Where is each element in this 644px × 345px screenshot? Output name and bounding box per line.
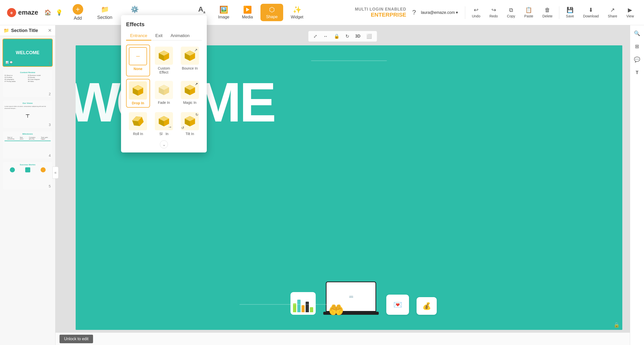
undo-button[interactable]: ↩ Undo <box>468 6 484 19</box>
expand-button[interactable]: ⤢ <box>311 33 319 40</box>
media-icon: ▶️ <box>243 6 252 14</box>
lock-button[interactable]: 🔒 <box>332 33 341 40</box>
tab-exit[interactable]: Exit <box>151 32 166 41</box>
unlock-to-edit-button[interactable]: Unlock to edit <box>60 335 93 343</box>
tab-entrance[interactable]: Entrance <box>126 32 151 41</box>
grid-panel-button[interactable]: ⊞ <box>632 41 643 52</box>
share-button[interactable]: ↗ Share <box>604 6 621 19</box>
copy-button[interactable]: ⧉ Copy <box>503 6 519 19</box>
main-area: 📁 Section Title ✕ WELCOME 📊💬 1 <box>0 25 644 345</box>
settings-icon: ⚙️ <box>130 5 139 14</box>
effects-panel: Effects Entrance Exit Animation — None <box>121 15 207 152</box>
paste-label: Paste <box>524 14 533 18</box>
widget-label: Widget <box>291 15 303 19</box>
copy-label: Copy <box>507 14 515 18</box>
illustration-area: ⌨️ 🤲 💌 💰 <box>290 281 437 315</box>
slide-preview-3: Our Vision Lorem ipsum dolor sit amet, c… <box>3 101 52 128</box>
effect-drop[interactable]: Drop In <box>126 79 150 108</box>
section-button[interactable]: 📁 Section <box>94 3 116 22</box>
user-email[interactable]: laura@emaze.com ▾ <box>421 10 458 15</box>
effect-magic[interactable]: ↗ Magic In <box>178 79 202 108</box>
slide-thumb-4[interactable]: Milestones Start ofsomething Newplace Co… <box>3 131 53 159</box>
effect-fade[interactable]: Fade In <box>152 79 176 108</box>
roll-cube-icon <box>130 113 147 130</box>
effect-none[interactable]: — None <box>126 45 150 76</box>
divider-2 <box>559 6 559 19</box>
lightbulb-icon[interactable]: 💡 <box>56 9 63 16</box>
slide-icon-box: → <box>155 112 173 130</box>
bounce-icon-box: ↗ <box>181 47 199 65</box>
paste-icon: 📋 <box>525 7 532 13</box>
collapse-sidebar-button[interactable]: « <box>52 167 58 179</box>
enterprise-badge: ENTERPRISE <box>371 12 406 18</box>
slide-1-text: WELCOME <box>16 50 40 55</box>
home-icon[interactable]: 🏠 <box>44 9 51 16</box>
effect-custom[interactable]: Custom Effect <box>152 45 176 76</box>
shape-icon: ⬡ <box>269 6 275 14</box>
drop-icon-box <box>129 81 147 100</box>
effects-title: Effects <box>126 21 202 28</box>
share-icon: ↗ <box>610 7 615 13</box>
emaze-logo[interactable]: e emaze <box>7 8 38 18</box>
3d-button[interactable]: 3D <box>353 33 362 40</box>
effects-tabs: Entrance Exit Animation <box>126 32 202 41</box>
paste-button[interactable]: 📋 Paste <box>521 6 537 19</box>
custom-icon-box <box>155 47 173 65</box>
widget-tool[interactable]: ✨ Widget <box>286 4 308 21</box>
delete-button[interactable]: 🗑 Delete <box>539 6 556 19</box>
help-icon[interactable]: ? <box>412 9 416 16</box>
slides-list: WELCOME 📊💬 1 Content Review 01 About us … <box>0 36 55 345</box>
shape-tool[interactable]: ⬡ Shape <box>260 4 283 21</box>
effect-tilt[interactable]: ↻ ↺ Tilt In <box>178 110 202 138</box>
fullscreen-button[interactable]: ⬜ <box>364 33 374 40</box>
none-icon: — <box>136 54 140 58</box>
download-button[interactable]: ⬇ Download <box>579 6 602 19</box>
slide-number-3: 3 <box>49 123 51 127</box>
save-label: Save <box>566 14 574 18</box>
undo-icon: ↩ <box>474 7 478 13</box>
logo-icon: e <box>7 8 17 18</box>
delete-label: Delete <box>542 14 552 18</box>
scroll-down-hint[interactable]: ⌄ <box>126 140 202 148</box>
copy-icon: ⧉ <box>509 7 513 13</box>
divider-1 <box>465 6 465 19</box>
effect-roll[interactable]: Roll In <box>126 110 150 138</box>
media-tool[interactable]: ▶️ Media <box>237 4 258 21</box>
sidebar-title: Section Title <box>11 28 38 33</box>
none-label: None <box>134 67 142 71</box>
download-label: Download <box>583 14 599 18</box>
slide-thumb-3[interactable]: Our Vision Lorem ipsum dolor sit amet, c… <box>3 100 53 128</box>
slide-preview-4: Milestones Start ofsomething Newplace Co… <box>3 131 52 159</box>
slide-thumb-1[interactable]: WELCOME 📊💬 1 <box>3 39 53 67</box>
redo-button[interactable]: ↪ Redo <box>486 6 501 19</box>
image-tool[interactable]: 🖼️ Image <box>213 4 234 21</box>
text-format-panel-button[interactable]: T <box>632 67 643 78</box>
slide-thumb-5[interactable]: Success Stories 5 <box>3 162 53 190</box>
slide-label: SlIn <box>159 132 168 136</box>
effect-bounce[interactable]: ↗ Bounce In <box>178 45 202 76</box>
tab-animation[interactable]: Animation <box>166 32 194 41</box>
widget-icon: ✨ <box>293 6 302 14</box>
delete-icon: 🗑 <box>545 7 550 13</box>
add-button[interactable]: + Add <box>69 3 87 22</box>
slide-preview-5: Success Stories <box>3 162 52 189</box>
save-button[interactable]: 💾 Save <box>562 6 577 19</box>
download-icon: ⬇ <box>589 7 593 13</box>
slide-preview-1: WELCOME 📊💬 <box>3 39 52 66</box>
comment-panel-button[interactable]: 💬 <box>632 54 643 65</box>
magic-label: Magic In <box>183 101 196 105</box>
view-button[interactable]: ▶ View <box>623 6 637 19</box>
slide-number-4: 4 <box>49 153 51 158</box>
search-panel-button[interactable]: 🔍 <box>632 28 643 39</box>
custom-cube-icon <box>157 49 170 62</box>
folder-icon: 📁 <box>4 28 9 33</box>
sidebar-header: 📁 Section Title ✕ <box>0 25 55 36</box>
resize-button[interactable]: ↔ <box>321 33 330 40</box>
section-label: Section <box>97 15 112 20</box>
drop-cube-icon <box>131 84 144 97</box>
sidebar-close-button[interactable]: ✕ <box>48 28 52 33</box>
image-label: Image <box>218 15 229 19</box>
effect-slide[interactable]: → SlIn <box>152 110 176 138</box>
rotate-button[interactable]: ↻ <box>343 33 351 40</box>
slide-thumb-2[interactable]: Content Review 01 About us 02 Business m… <box>3 69 53 98</box>
